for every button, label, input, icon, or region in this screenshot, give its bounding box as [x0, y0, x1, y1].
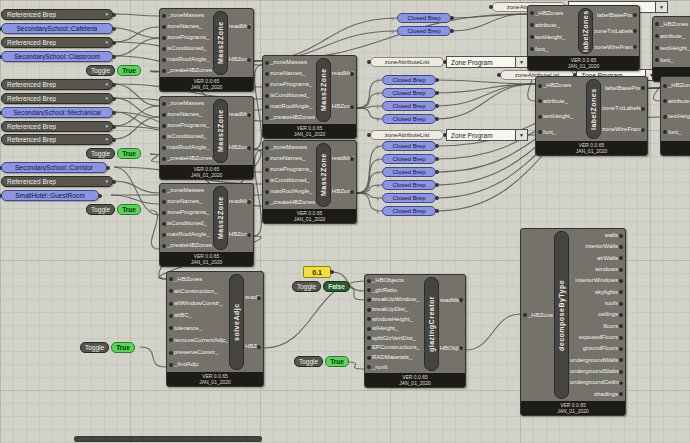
input-port-maxroofangle[interactable]: maxRoofAngle_	[265, 188, 315, 195]
toggle-value[interactable]: True	[325, 356, 349, 367]
output-port-zonetxtlabels[interactable]: zoneTxtLabels	[602, 105, 645, 112]
input-port-zonenames[interactable]: zoneNames_	[162, 111, 212, 118]
output-port-undergroundslabs[interactable]: undergroundSlabs	[570, 368, 623, 375]
closed-brep-chip[interactable]: ✳Closed Brep	[382, 101, 436, 111]
output-port-windows[interactable]: windows	[570, 266, 623, 273]
output-port-zonewireframes[interactable]: zoneWireFrames	[594, 44, 637, 51]
component-labelzones[interactable]: _HBZonesattribute_textHeight_font_labelZ…	[535, 76, 648, 156]
input-port-maxroofangle[interactable]: maxRoofAngle_	[162, 144, 212, 151]
output-port-zonewireframes[interactable]: zoneWireFrames	[602, 126, 645, 133]
output-port-readme[interactable]: readMe!	[229, 111, 251, 118]
zone-program-dropdown[interactable]: Zone Program▼	[446, 56, 528, 68]
input-port-zonenames[interactable]: zoneNames_	[265, 70, 315, 77]
input-port-zonemasses[interactable]: _zoneMasses	[265, 59, 315, 66]
closed-brep-chip[interactable]: ✳Closed Brep	[382, 75, 436, 85]
input-port-createhbzones[interactable]: _createHBZones	[265, 199, 315, 206]
output-port-undergroundceilings[interactable]: undergroundCeilings	[570, 379, 623, 386]
component-decomposebytype[interactable]: _HBZonesdecomposeByTypewallsinteriorWall…	[520, 228, 626, 416]
closed-brep-chip[interactable]: ✳Closed Brep	[397, 13, 451, 23]
input-port-maxroofangle[interactable]: maxRoofAngle_	[162, 231, 212, 238]
input-port-hbzones[interactable]: _HBZones	[523, 312, 553, 319]
input-port-attribute[interactable]: attribute_	[655, 33, 690, 40]
input-port-isconditioned[interactable]: isConditioned_	[162, 45, 212, 52]
referenced-brep-chip[interactable]: Referenced Brep▼	[1, 134, 113, 145]
output-port-readme[interactable]: readMe!	[229, 23, 251, 30]
input-port-textheight[interactable]: textHeight_	[530, 34, 577, 41]
closed-brep-chip[interactable]: ✳Closed Brep	[382, 180, 436, 190]
input-port-zonenames[interactable]: zoneNames_	[162, 23, 212, 30]
zone-program-dropdown[interactable]: Zone Program▼	[446, 129, 528, 141]
input-port-hbzones[interactable]: _HBZones	[538, 82, 585, 89]
input-port-font[interactable]: font_	[538, 129, 585, 136]
component-labelzones[interactable]: _HBZonesattribute_textHeight_font_labelZ…	[652, 16, 690, 82]
output-port-exposedfloors[interactable]: exposedFloors	[570, 334, 623, 341]
component-solveadjc[interactable]: _HBZonesaltConstruction_altWindowConstr_…	[166, 271, 264, 387]
input-port-radmaterials[interactable]: RADMaterials_	[367, 354, 423, 361]
output-port-walls[interactable]: walls	[570, 232, 623, 239]
chevron-down-icon[interactable]: ▼	[105, 179, 109, 184]
input-port-epconstructions[interactable]: EPConstructions_	[367, 344, 423, 351]
output-port-roofs[interactable]: roofs	[570, 300, 623, 307]
input-port-isconditioned[interactable]: isConditioned_	[265, 92, 315, 99]
boolean-toggle[interactable]: ToggleTrue	[294, 356, 349, 367]
closed-brep-chip[interactable]: ✳Closed Brep	[382, 141, 436, 151]
output-port-readme[interactable]: readMe!	[332, 70, 354, 77]
boolean-toggle[interactable]: ToggleTrue	[86, 65, 141, 76]
output-port-labelbasepts[interactable]: labelBasePts	[594, 12, 637, 19]
output-port-airwalls[interactable]: airWalls	[570, 255, 623, 262]
horizontal-scrollbar[interactable]	[74, 436, 262, 442]
component-labelzones[interactable]: _HBZonesattribute_textHeight_font_labelZ…	[527, 5, 640, 71]
input-port-createhbzones[interactable]: _createHBZones	[162, 242, 212, 249]
input-port-textheight[interactable]: textHeight_	[538, 113, 585, 120]
input-port-breakupdist[interactable]: breakUpDist_	[367, 306, 423, 313]
input-port-maxroofangle[interactable]: maxRoofAngle_	[162, 56, 212, 63]
output-port-hbzones[interactable]: HBZones	[332, 103, 354, 110]
program-name-chip[interactable]: SecondarySchool::Classroom	[1, 51, 113, 62]
chevron-down-icon[interactable]: ▼	[105, 96, 109, 101]
toggle-value[interactable]: True	[111, 342, 135, 353]
component-mass2zone[interactable]: _zoneMasseszoneNames_zonePrograms_isCond…	[159, 8, 254, 92]
input-port-createhbzones[interactable]: _createHBZones	[162, 67, 212, 74]
input-port-findadjc[interactable]: _findAdjc	[169, 361, 228, 368]
input-port-attribute[interactable]: attribute_	[663, 98, 690, 105]
output-port-interiorwindows[interactable]: interiorWindows	[570, 277, 623, 284]
referenced-brep-chip[interactable]: Referenced Brep▼	[1, 37, 113, 48]
zone-attribute-list-chip[interactable]: zoneAttributeList	[370, 130, 444, 140]
input-port-tolerance[interactable]: tolerance_	[169, 325, 228, 332]
chevron-down-icon[interactable]: ▼	[515, 57, 527, 67]
output-port-hbzones[interactable]: HBZones	[229, 231, 251, 238]
input-port-zoneprograms[interactable]: zonePrograms_	[265, 166, 315, 173]
input-port-windowheight[interactable]: windowHeight_	[367, 316, 423, 323]
input-port-zoneprograms[interactable]: zonePrograms_	[162, 122, 212, 129]
input-port-altbc[interactable]: altBC_	[169, 312, 228, 319]
chevron-down-icon[interactable]: ▼	[105, 40, 109, 45]
output-port-hbzones[interactable]: HBZones	[332, 188, 354, 195]
input-port-hbzones[interactable]: _HBZones	[169, 276, 228, 283]
program-name-chip[interactable]: SecondarySchool::Corridor	[1, 162, 107, 173]
toggle-value[interactable]: True	[117, 65, 141, 76]
output-port-hbzones[interactable]: HBZones	[229, 56, 251, 63]
input-port-zoneprograms[interactable]: zonePrograms_	[162, 34, 212, 41]
input-port-createhbzones[interactable]: _createHBZones	[162, 155, 212, 162]
input-port-zonemasses[interactable]: _zoneMasses	[162, 187, 212, 194]
component-mass2zone[interactable]: _zoneMasseszoneNames_zonePrograms_isCond…	[159, 183, 254, 267]
input-port-font[interactable]: font_	[663, 129, 690, 136]
input-port-attribute[interactable]: attribute_	[530, 22, 577, 29]
output-port-floors[interactable]: floors	[570, 323, 623, 330]
output-port-hbobjwglz[interactable]: HBObjWGLZ	[440, 345, 463, 352]
referenced-brep-chip[interactable]: Referenced Brep▼	[1, 176, 113, 187]
input-port-isconditioned[interactable]: isConditioned_	[162, 133, 212, 140]
input-port-zonenames[interactable]: zoneNames_	[162, 198, 212, 205]
output-port-readme[interactable]: readMe!	[245, 294, 261, 301]
input-port-preserveconstr[interactable]: preserveConstr_	[169, 349, 228, 356]
input-port-isconditioned[interactable]: isConditioned_	[265, 177, 315, 184]
output-port-interiorwalls[interactable]: interiorWalls	[570, 243, 623, 250]
referenced-brep-chip[interactable]: Referenced Brep▼	[1, 121, 113, 132]
boolean-toggle[interactable]: ToggleTrue	[86, 204, 141, 215]
referenced-brep-chip[interactable]: Referenced Brep▼	[1, 9, 113, 20]
input-port-zonemasses[interactable]: _zoneMasses	[162, 12, 212, 19]
input-port-font[interactable]: font_	[655, 57, 690, 64]
output-port-ceilings[interactable]: ceilings	[570, 311, 623, 318]
output-port-readme[interactable]: readMe!	[440, 297, 463, 304]
input-port-removecurrentadjc[interactable]: removeCurrentAdjc_	[169, 337, 228, 344]
